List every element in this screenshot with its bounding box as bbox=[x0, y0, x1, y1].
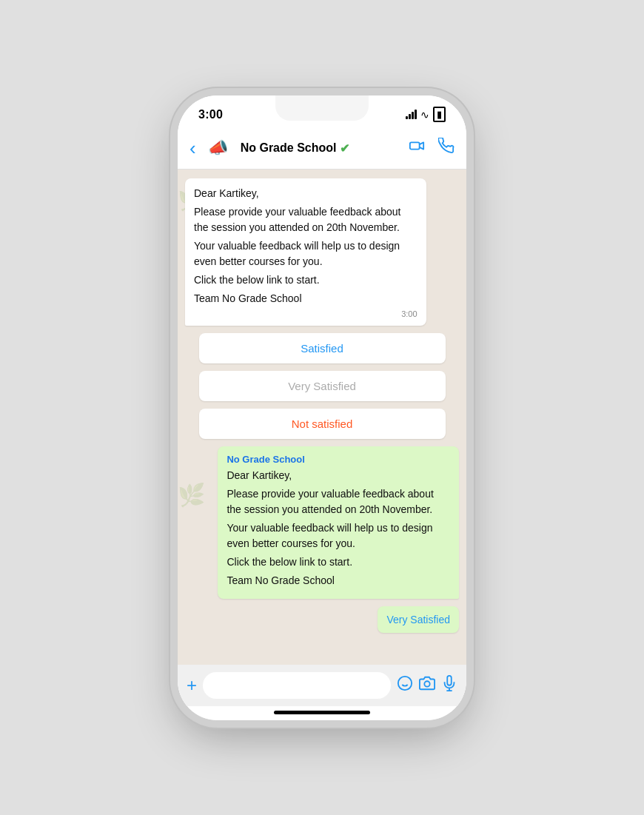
input-bar: + bbox=[178, 665, 466, 706]
phone-call-icon[interactable] bbox=[438, 138, 455, 158]
contact-name: No Grade School ✔ bbox=[241, 141, 401, 155]
add-button[interactable]: + bbox=[187, 675, 197, 696]
msg-line2: Please provide your valuable feedback ab… bbox=[194, 204, 417, 235]
msg-greeting: Dear Kartikey, bbox=[194, 186, 417, 201]
incoming-message: Dear Kartikey, Please provide your valua… bbox=[185, 178, 426, 326]
signal-icon bbox=[406, 110, 417, 119]
reply-btn-not-satisfied[interactable]: Not satisfied bbox=[199, 409, 446, 439]
chat-body: Dear Kartikey, Please provide your valua… bbox=[178, 170, 466, 665]
message-input[interactable] bbox=[203, 672, 391, 699]
battery-icon: ▮ bbox=[433, 107, 446, 122]
back-button[interactable]: ‹ bbox=[189, 137, 196, 160]
out-line5: Team No Grade School bbox=[227, 573, 450, 588]
out-line2: Please provide your valuable feedback ab… bbox=[227, 486, 450, 517]
outgoing-sender: No Grade School bbox=[227, 454, 450, 465]
emoji-icon[interactable] bbox=[397, 675, 413, 695]
reply-btn-very-satisfied[interactable]: Very Satisfied bbox=[199, 371, 446, 401]
status-time: 3:00 bbox=[198, 108, 223, 121]
msg-line3: Your valuable feedback will help us to d… bbox=[194, 238, 417, 269]
msg-line4: Click the below link to start. bbox=[194, 272, 417, 288]
wifi-icon: ∿ bbox=[420, 109, 429, 121]
video-call-icon[interactable] bbox=[409, 138, 425, 158]
reply-btn-satisfied[interactable]: Satisfied bbox=[199, 333, 446, 363]
home-indicator bbox=[274, 711, 370, 714]
verified-badge: ✔ bbox=[340, 141, 349, 155]
svg-point-4 bbox=[424, 681, 429, 686]
status-icons: ∿ ▮ bbox=[406, 107, 446, 122]
camera-icon[interactable] bbox=[419, 675, 435, 695]
avatar: 📣 bbox=[204, 133, 233, 163]
chat-header: ‹ 📣 No Grade School ✔ bbox=[178, 128, 466, 170]
outgoing-message: No Grade School Dear Kartikey, Please pr… bbox=[218, 446, 459, 599]
partial-message: Very Satisfied bbox=[378, 606, 459, 633]
mic-icon[interactable] bbox=[441, 675, 457, 695]
msg-time: 3:00 bbox=[194, 309, 417, 318]
header-actions bbox=[409, 138, 455, 158]
out-line1: Dear Kartikey, bbox=[227, 468, 450, 483]
out-line3: Your valuable feedback will help us to d… bbox=[227, 520, 450, 551]
msg-line5: Team No Grade School bbox=[194, 291, 417, 306]
out-line4: Click the below link to start. bbox=[227, 554, 450, 570]
svg-point-1 bbox=[398, 677, 412, 690]
back-icon: ‹ bbox=[189, 137, 196, 160]
svg-rect-0 bbox=[410, 142, 420, 149]
